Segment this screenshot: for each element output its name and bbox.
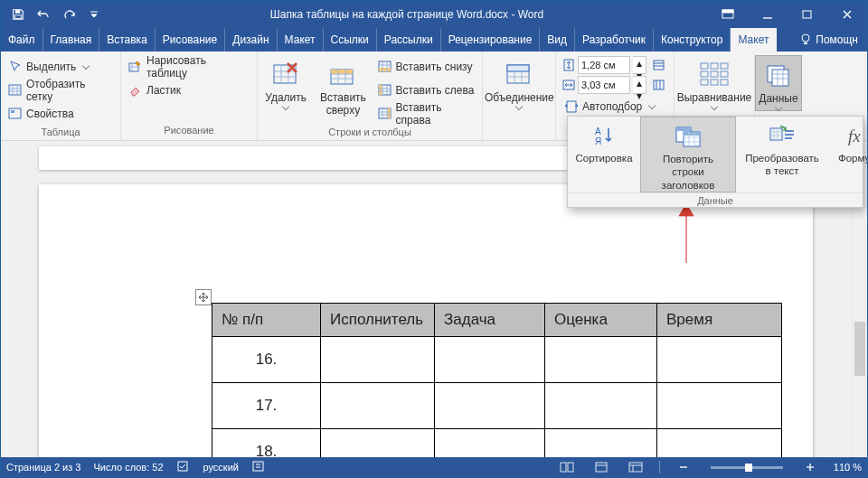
chevron-down-icon: [775, 104, 782, 111]
group-rows-cols: Удалить Вставить сверху Вставить снизу В…: [258, 52, 483, 140]
page[interactable]: № п/п Исполнитель Задача Оценка Время 16…: [39, 184, 813, 457]
insert-row-below-icon: [378, 60, 392, 74]
insert-above-button[interactable]: Вставить сверху: [314, 55, 372, 117]
table-header[interactable]: Задача: [435, 304, 545, 337]
page-indicator[interactable]: Страница 2 из 3: [6, 462, 80, 473]
zoom-out-button[interactable]: [673, 459, 694, 475]
table-header[interactable]: Исполнитель: [321, 304, 435, 337]
chevron-down-icon: [282, 103, 289, 110]
grid-icon: [8, 83, 23, 98]
save-button[interactable]: [6, 4, 30, 25]
show-gridlines-button[interactable]: Отобразить сетку: [3, 79, 118, 102]
tab-mailings[interactable]: Рассылки: [377, 28, 441, 52]
table-row[interactable]: 18.: [212, 429, 782, 458]
convert-to-text-button[interactable]: Преобразовать в текст: [736, 117, 828, 192]
table-header[interactable]: № п/п: [212, 304, 321, 337]
svg-rect-24: [654, 80, 664, 89]
svg-rect-32: [701, 80, 708, 85]
table-header[interactable]: Время: [657, 304, 782, 337]
repeat-header-rows-button[interactable]: Повторить строки заголовков: [640, 117, 736, 192]
zoom-level[interactable]: 110 %: [834, 462, 862, 473]
insert-row-above-icon: [328, 61, 357, 88]
undo-button[interactable]: [32, 4, 55, 25]
tab-design[interactable]: Дизайн: [225, 28, 277, 52]
eraser-button[interactable]: Ластик: [123, 79, 255, 102]
insert-right-button[interactable]: Вставить справа: [373, 102, 482, 126]
alignment-grid-icon: [699, 61, 730, 87]
tab-view[interactable]: Вид: [540, 28, 575, 52]
group-table: Выделить Отобразить сетку Свойства Табли…: [1, 52, 121, 140]
distribute-rows-icon[interactable]: [653, 59, 665, 71]
svg-rect-6: [9, 85, 21, 95]
customize-qat-button[interactable]: [82, 4, 106, 25]
table-header[interactable]: Оценка: [545, 304, 657, 337]
zoom-in-button[interactable]: [799, 459, 821, 475]
lightbulb-icon: [799, 33, 812, 46]
table-row[interactable]: 16.: [212, 337, 782, 383]
table-row[interactable]: 17.: [212, 383, 782, 429]
table-header-row[interactable]: № п/п Исполнитель Задача Оценка Время: [212, 304, 782, 337]
tab-table-design[interactable]: Конструктор: [654, 28, 731, 52]
ribbon-tabs: Файл Главная Вставка Рисование Дизайн Ма…: [1, 28, 867, 52]
properties-icon: [8, 107, 23, 121]
svg-rect-50: [629, 463, 642, 472]
svg-rect-29: [701, 71, 708, 77]
scrollbar-thumb[interactable]: [854, 322, 865, 376]
chevron-down-icon: [711, 103, 718, 110]
tell-me[interactable]: Помощн: [790, 28, 867, 52]
row-height[interactable]: 1,28 см▴▾: [559, 55, 669, 75]
tab-developer[interactable]: Разработчик: [575, 28, 654, 52]
word-window: Шапка таблицы на каждой странице Word.do…: [0, 0, 868, 478]
svg-rect-43: [770, 128, 782, 140]
tab-table-layout[interactable]: Макет: [731, 28, 777, 52]
tab-draw[interactable]: Рисование: [156, 28, 225, 52]
read-mode-button[interactable]: [556, 459, 578, 475]
svg-rect-36: [772, 70, 788, 86]
delete-button[interactable]: Удалить: [258, 55, 314, 109]
document-table[interactable]: № п/п Исполнитель Задача Оценка Время 16…: [212, 303, 782, 457]
merge-menu[interactable]: Объединение: [483, 55, 556, 109]
web-layout-button[interactable]: [625, 459, 646, 475]
tab-layout[interactable]: Макет: [278, 28, 324, 52]
move-icon: [199, 293, 208, 302]
svg-rect-18: [387, 108, 391, 118]
print-layout-button[interactable]: [590, 459, 612, 475]
accessibility-icon[interactable]: [251, 460, 266, 474]
zoom-slider[interactable]: [711, 466, 783, 469]
svg-rect-30: [711, 71, 718, 77]
tab-home[interactable]: Главная: [43, 28, 100, 52]
sort-button[interactable]: АЯ Сортировка: [568, 117, 640, 192]
data-menu[interactable]: Данные: [755, 55, 802, 111]
distribute-cols-icon[interactable]: [653, 79, 665, 91]
properties-button[interactable]: Свойства: [3, 102, 118, 126]
close-button[interactable]: [827, 1, 867, 28]
language-indicator[interactable]: русский: [203, 462, 239, 473]
svg-rect-1: [15, 11, 19, 14]
redo-button[interactable]: [57, 4, 80, 25]
maximize-button[interactable]: [788, 1, 827, 28]
sort-icon: АЯ: [593, 125, 615, 146]
table-move-handle[interactable]: [195, 289, 212, 305]
tab-references[interactable]: Ссылки: [324, 28, 377, 52]
svg-rect-40: [676, 127, 691, 131]
spellcheck-icon[interactable]: [176, 460, 191, 474]
tab-review[interactable]: Рецензирование: [441, 28, 541, 52]
data-icon: [766, 63, 791, 87]
tab-file[interactable]: Файл: [1, 28, 43, 52]
col-width[interactable]: 3,03 см▴▾: [559, 75, 669, 95]
svg-rect-16: [379, 85, 382, 95]
alignment-menu[interactable]: Выравнивание: [675, 55, 754, 109]
svg-rect-46: [253, 462, 263, 471]
tab-insert[interactable]: Вставка: [99, 28, 156, 52]
zoom-slider-knob[interactable]: [745, 464, 752, 472]
draw-table-button[interactable]: Нарисовать таблицу: [123, 55, 255, 79]
insert-below-button[interactable]: Вставить снизу: [373, 55, 482, 79]
ribbon-options-button[interactable]: [708, 1, 748, 28]
minimize-button[interactable]: [748, 1, 788, 28]
word-count[interactable]: Число слов: 52: [93, 462, 163, 473]
svg-rect-14: [379, 68, 391, 71]
insert-left-button[interactable]: Вставить слева: [373, 79, 482, 102]
select-button[interactable]: Выделить: [3, 55, 118, 79]
svg-rect-22: [654, 61, 664, 70]
formula-button[interactable]: fx Формула: [828, 117, 868, 192]
